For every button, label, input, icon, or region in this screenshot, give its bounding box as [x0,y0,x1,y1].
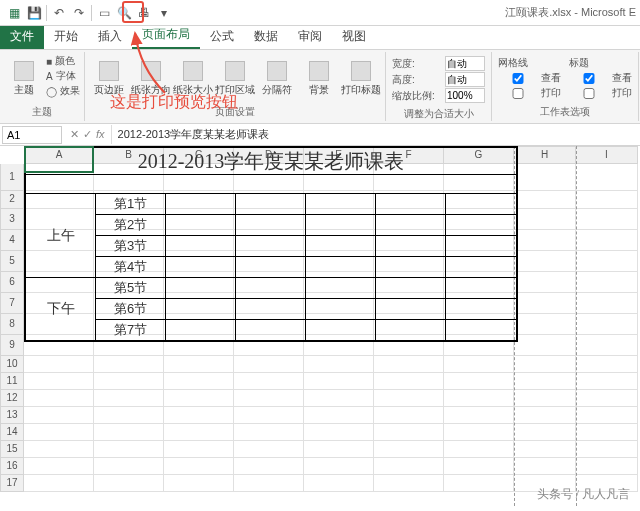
data-cell[interactable] [166,299,236,320]
colors-button[interactable]: ■ 颜色 [46,54,80,68]
effects-button[interactable]: ◯ 效果 [46,84,80,98]
cell[interactable] [164,373,234,390]
cell[interactable] [374,356,444,373]
cell[interactable] [164,356,234,373]
cell[interactable] [234,356,304,373]
cell[interactable] [576,390,638,407]
row-header[interactable]: 6 [0,272,24,293]
data-cell[interactable] [376,194,446,215]
cell[interactable] [576,209,638,230]
orientation-button[interactable]: 纸张方向 [131,54,171,103]
cell[interactable] [164,458,234,475]
row-header[interactable]: 8 [0,314,24,335]
tab-page-layout[interactable]: 页面布局 [132,22,200,49]
row-header[interactable]: 15 [0,441,24,458]
cell[interactable] [576,407,638,424]
themes-button[interactable]: 主题 [4,54,44,103]
data-cell[interactable] [306,320,376,341]
cell[interactable] [444,390,514,407]
cell[interactable] [304,458,374,475]
data-cell[interactable] [446,194,516,215]
cell[interactable] [234,475,304,492]
data-cell[interactable] [166,320,236,341]
fonts-button[interactable]: A 字体 [46,69,80,83]
data-cell[interactable] [376,299,446,320]
row-header[interactable]: 16 [0,458,24,475]
cell[interactable] [234,441,304,458]
data-cell[interactable] [306,278,376,299]
data-cell[interactable] [376,320,446,341]
new-icon[interactable]: ▭ [94,3,114,23]
data-cell[interactable] [236,278,306,299]
cell[interactable] [94,458,164,475]
row-header[interactable]: 13 [0,407,24,424]
headings-view-check[interactable] [569,73,609,84]
cell[interactable] [94,424,164,441]
undo-icon[interactable]: ↶ [49,3,69,23]
cell[interactable] [514,314,576,335]
fx-icon[interactable]: fx [96,128,105,141]
row-header[interactable]: 7 [0,293,24,314]
cell[interactable] [164,424,234,441]
cancel-icon[interactable]: ✕ [70,128,79,141]
cell[interactable] [444,441,514,458]
print-titles-button[interactable]: 打印标题 [341,54,381,103]
print-area-button[interactable]: 打印区域 [215,54,255,103]
enter-icon[interactable]: ✓ [83,128,92,141]
cell[interactable] [164,441,234,458]
cell[interactable] [24,390,94,407]
margins-button[interactable]: 页边距 [89,54,129,103]
data-cell[interactable] [306,299,376,320]
data-cell[interactable] [446,299,516,320]
cell[interactable] [24,424,94,441]
cell[interactable] [374,390,444,407]
data-cell[interactable] [236,320,306,341]
cell[interactable] [24,441,94,458]
cell[interactable] [514,390,576,407]
data-cell[interactable] [306,257,376,278]
tab-view[interactable]: 视图 [332,24,376,49]
cell[interactable] [24,407,94,424]
cell[interactable] [374,441,444,458]
cell[interactable] [94,390,164,407]
cell[interactable] [576,272,638,293]
col-header[interactable]: I [576,146,638,164]
cell[interactable] [444,424,514,441]
cell[interactable] [576,441,638,458]
cell[interactable] [576,164,638,191]
cell[interactable] [304,441,374,458]
cell[interactable] [24,475,94,492]
cell[interactable] [94,373,164,390]
cell[interactable] [374,373,444,390]
data-cell[interactable] [306,236,376,257]
cell[interactable] [514,251,576,272]
cell[interactable] [164,475,234,492]
data-cell[interactable] [446,257,516,278]
cell[interactable] [576,314,638,335]
gridlines-print-check[interactable] [498,88,538,99]
tab-file[interactable]: 文件 [0,24,44,49]
cell[interactable] [234,373,304,390]
cell[interactable] [374,458,444,475]
cell[interactable] [24,356,94,373]
scale-input[interactable] [445,88,485,103]
cell[interactable] [304,407,374,424]
cell[interactable] [164,407,234,424]
width-input[interactable] [445,56,485,71]
qat-dropdown-icon[interactable]: ▾ [154,3,174,23]
row-header[interactable]: 5 [0,251,24,272]
save-icon[interactable]: 💾 [24,3,44,23]
cell[interactable] [444,458,514,475]
cell[interactable] [24,458,94,475]
row-header[interactable]: 10 [0,356,24,373]
cell[interactable] [304,390,374,407]
data-cell[interactable] [376,278,446,299]
cell[interactable] [94,407,164,424]
cell[interactable] [576,335,638,356]
tab-insert[interactable]: 插入 [88,24,132,49]
data-cell[interactable] [236,257,306,278]
height-input[interactable] [445,72,485,87]
cell[interactable] [444,356,514,373]
row-header[interactable]: 4 [0,230,24,251]
row-header[interactable]: 17 [0,475,24,492]
